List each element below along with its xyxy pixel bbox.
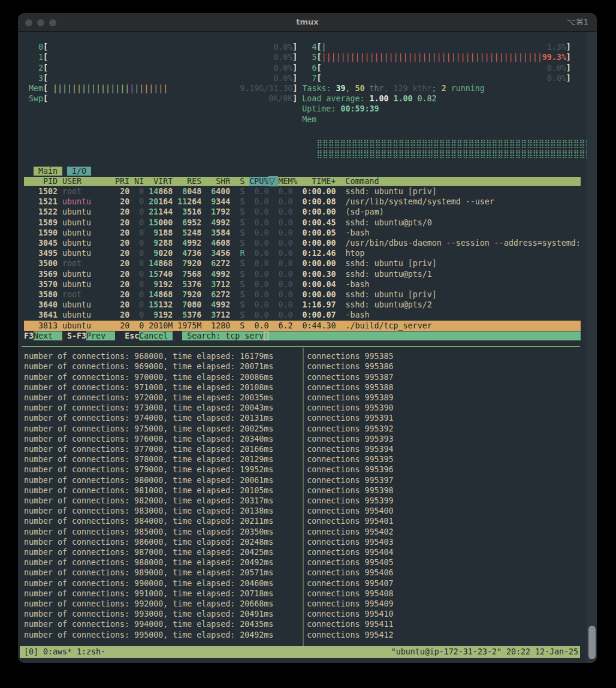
process-mem: 0.0	[273, 218, 292, 227]
process-row[interactable]: 3570 ubuntu 20 0 9192 5376 3712 S 0.0 0.…	[24, 279, 581, 289]
text-segment	[336, 280, 346, 289]
process-pid: 1589	[24, 218, 58, 227]
text-segment	[273, 506, 307, 515]
mem-label: Mem	[24, 84, 43, 93]
process-cpu: 0.0	[249, 270, 268, 279]
process-cell: 608	[216, 239, 230, 248]
pane-border-vertical[interactable]	[303, 348, 304, 646]
fn-label-cancel[interactable]: Cancel	[139, 331, 173, 340]
process-row[interactable]: 1502 root 20 0 14868 8048 6400 S 0.0 0.0…	[24, 186, 581, 197]
text-segment	[321, 74, 546, 83]
process-table-header[interactable]: PID USER PRI NI VIRT RES SHR S CPU%▽MEM%…	[24, 176, 581, 186]
process-command: sshd: ubuntu@pts/1	[346, 270, 432, 279]
tmux-window-list[interactable]: [0] 0:aws* 1:zsh-	[24, 646, 105, 658]
process-row[interactable]: 1521 ubuntu 20 0 20164 11264 9344 S 0.0 …	[24, 197, 581, 207]
process-cell: 868	[158, 259, 173, 268]
process-row[interactable]: 1589 ubuntu 20 0 15000 6952 4992 S 0.0 0…	[24, 218, 581, 228]
text-segment	[273, 465, 307, 474]
text-segment	[105, 280, 110, 289]
table-header: PID USER PRI NI VIRT RES SHR S	[24, 177, 249, 186]
tab-io[interactable]: I/O	[67, 167, 91, 176]
process-cell: 7	[177, 300, 187, 309]
process-cell: 288	[158, 239, 173, 248]
process-cell: 0	[134, 300, 144, 309]
text-segment	[48, 74, 273, 83]
process-user: ubuntu	[62, 207, 105, 216]
fn-label-prev[interactable]: Prev	[86, 331, 115, 340]
scrollbar-track[interactable]	[587, 32, 597, 663]
htop-function-bar[interactable]: F3Next S-F3Prev EscCancel Search: tcp_se…	[24, 331, 581, 341]
left-pane-output-line: number of connections: 986000, time elap…	[24, 538, 273, 547]
text-segment: [	[43, 43, 48, 52]
text-segment	[336, 207, 346, 216]
cpu-label: 0	[24, 43, 43, 52]
left-pane-output-line: number of connections: 985000, time elap…	[24, 527, 273, 536]
process-row[interactable]: 3641 ubuntu 20 0 9192 5376 3712 S 0.0 0.…	[24, 310, 581, 320]
text-segment	[105, 207, 110, 216]
right-pane-output-line: connections 995410	[307, 609, 393, 618]
process-cell: 20	[110, 270, 129, 279]
process-cell: 740	[158, 270, 173, 279]
text-segment: ;	[432, 84, 442, 93]
process-cell: 272	[216, 259, 230, 268]
left-pane-output-line: number of connections: 977000, time elap…	[24, 445, 273, 454]
text-segment: thr	[365, 84, 384, 93]
text-segment: running	[446, 84, 485, 93]
process-cpu: 0.0	[249, 280, 268, 289]
load-15min: 0.82	[418, 94, 437, 103]
text-segment	[230, 300, 240, 309]
text-segment	[129, 187, 134, 196]
text-segment	[24, 149, 316, 158]
left-pane-output-line: number of connections: 982000, time elap…	[24, 496, 273, 505]
process-row[interactable]: 3495 ubuntu 20 0 9020 4736 3456 R 0.0 0.…	[24, 248, 581, 258]
tab-main[interactable]: Main	[34, 167, 62, 176]
cpu-meter-value: 0.0%	[547, 64, 566, 73]
text-segment	[293, 270, 303, 279]
text-segment: [	[43, 84, 48, 93]
process-cpu: 0.0	[249, 321, 268, 330]
right-pane-output-line: connections 995405	[307, 558, 393, 567]
scrollbar-thumb[interactable]	[588, 626, 596, 659]
fn-key-esc[interactable]: Esc	[125, 331, 139, 340]
process-row[interactable]: 3500 root 20 0 14868 7920 6272 S 0.0 0.0…	[24, 258, 581, 268]
process-cell: 992	[216, 270, 230, 279]
sort-column-header[interactable]: CPU%	[249, 177, 268, 186]
right-pane-output-line: connections 995400	[307, 506, 393, 515]
htop-tabs-row: Main I/O	[24, 166, 581, 176]
process-cell: 376	[187, 280, 201, 289]
text-segment	[48, 53, 273, 62]
process-row[interactable]: 3045 ubuntu 20 0 9288 4992 4608 S 0.0 0.…	[24, 238, 581, 248]
process-row[interactable]: 3640 ubuntu 20 0 15132 7080 4992 S 0.0 0…	[24, 300, 581, 310]
process-cell: 4	[206, 239, 216, 248]
text-segment	[273, 434, 307, 443]
text-segment	[273, 496, 307, 505]
text-segment	[105, 239, 110, 248]
fn-key-shift-f3[interactable]: S-F3	[67, 331, 86, 340]
fn-key-f3[interactable]: F3	[24, 331, 34, 340]
process-cell: 0	[134, 207, 144, 216]
text-segment	[24, 104, 302, 113]
search-input[interactable]: Search: tcp_serv	[182, 331, 264, 340]
titlebar[interactable]: tmux ⌥⌘1	[18, 13, 597, 32]
text-segment	[105, 321, 110, 330]
text-segment	[230, 239, 240, 248]
right-pane-output-line: connections 995385	[307, 352, 393, 361]
left-pane-output-line: number of connections: 974000, time elap…	[24, 414, 273, 423]
process-row[interactable]: 1522 ubuntu 20 0 21144 3516 1792 S 0.0 0…	[24, 207, 581, 217]
cpu-meters-row: 0[ 0.0%] 4[| 1.3%]	[24, 42, 581, 52]
text-segment	[273, 517, 307, 526]
fn-label-next[interactable]: Next	[34, 331, 62, 340]
process-cell: 20	[110, 321, 129, 330]
process-row[interactable]: 1590 ubuntu 20 0 9188 5248 3584 S 0.0 0.…	[24, 228, 581, 238]
process-cell: 0	[134, 270, 144, 279]
process-cell: 7	[177, 259, 187, 268]
uptime-value: 00:59:39	[340, 104, 379, 113]
process-cpu: 0.0	[249, 290, 268, 299]
process-command: -bash	[346, 280, 370, 289]
right-pane-output-line: connections 995388	[307, 383, 393, 392]
process-row[interactable]: 3813 ubuntu 20 0 2010M 1975M 1280 S 0.0 …	[24, 321, 581, 331]
mem-graph: ⣿⣿⣿⣿⣿⣿⣿⣿⣿⣿⣿⣿⣿⣿⣿⣿⣿⣿⣿⣿⣿⣿⣿⣿⣿⣿⣿⣿⣿⣿⣿⣿⣿⣿⣿⣿⣿⣿⣿⣿…	[316, 139, 597, 148]
process-cell: 736	[187, 249, 201, 258]
process-row[interactable]: 3580 root 20 0 14868 7920 6272 S 0.0 0.0…	[24, 289, 581, 300]
process-row[interactable]: 3569 ubuntu 20 0 15740 7568 4992 S 0.0 0…	[24, 269, 581, 279]
